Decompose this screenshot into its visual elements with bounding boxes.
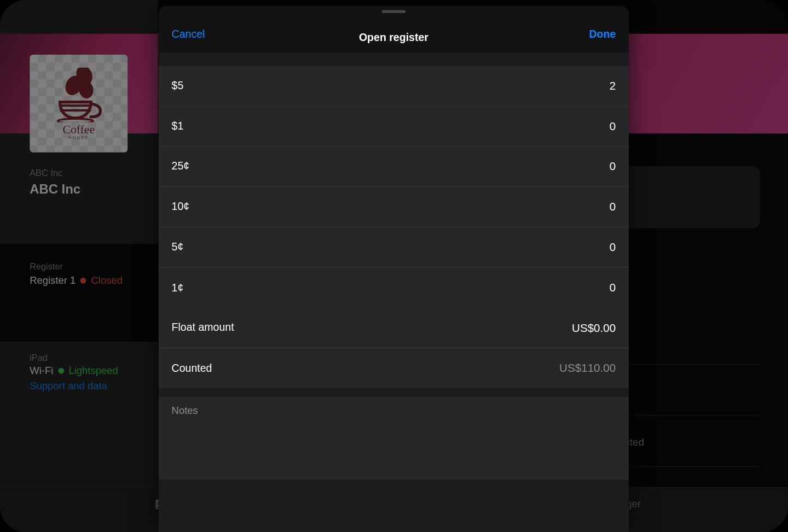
denom-row[interactable]: 5¢ 0 — [159, 227, 629, 268]
denom-row[interactable]: $1 0 — [159, 106, 629, 147]
sheet-header: Cancel Open register Done — [159, 6, 629, 52]
denom-count: 0 — [610, 200, 616, 213]
cancel-button[interactable]: Cancel — [172, 28, 205, 41]
section-spacer — [159, 52, 629, 66]
denom-label: 25¢ — [172, 160, 190, 173]
denom-label: 5¢ — [172, 241, 184, 254]
denom-label: 10¢ — [172, 201, 190, 213]
float-value: US$0.00 — [572, 321, 616, 335]
section-spacer — [159, 389, 629, 397]
notes-section: Notes — [159, 397, 629, 480]
denom-row[interactable]: 25¢ 0 — [159, 147, 629, 187]
open-register-sheet: Cancel Open register Done $5 2 $1 0 25¢ … — [159, 6, 629, 532]
denom-count: 0 — [610, 160, 616, 173]
notes-input[interactable]: Notes — [159, 397, 629, 480]
denominations-section: $5 2 $1 0 25¢ 0 10¢ 0 5¢ 0 — [159, 66, 629, 308]
sheet-body[interactable]: $5 2 $1 0 25¢ 0 10¢ 0 5¢ 0 — [159, 52, 629, 532]
denom-count: 0 — [610, 241, 616, 254]
denom-count: 0 — [610, 281, 616, 294]
counted-value: US$110.00 — [559, 362, 616, 375]
denom-label: $5 — [172, 79, 184, 92]
denom-count: 0 — [610, 120, 616, 133]
totals-section: Float amount US$0.00 Counted US$110.00 — [159, 308, 629, 389]
float-label: Float amount — [172, 321, 234, 334]
denom-count: 2 — [610, 79, 616, 92]
done-button[interactable]: Done — [589, 28, 616, 41]
denom-row[interactable]: 1¢ 0 — [159, 267, 629, 308]
float-row[interactable]: Float amount US$0.00 — [159, 308, 629, 348]
denom-row[interactable]: 10¢ 0 — [159, 187, 629, 227]
denom-label: 1¢ — [172, 282, 184, 294]
sheet-title: Open register — [359, 31, 428, 44]
denom-row[interactable]: $5 2 — [159, 66, 629, 106]
screen: Coffee HOUSE ABC Inc ABC Inc Register Re… — [0, 0, 788, 532]
denom-label: $1 — [172, 120, 184, 132]
counted-row[interactable]: Counted US$110.00 — [159, 348, 629, 389]
counted-label: Counted — [172, 362, 212, 375]
